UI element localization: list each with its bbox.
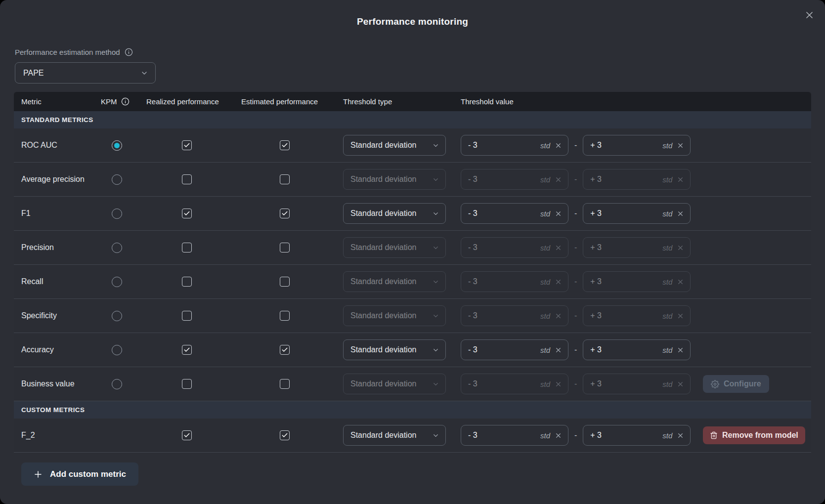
threshold-type-select[interactable]: Standard deviation: [343, 425, 446, 446]
estimated-performance-checkbox[interactable]: [280, 430, 290, 440]
threshold-type-select[interactable]: Standard deviation: [343, 135, 446, 156]
estimated-performance-checkbox[interactable]: [280, 311, 290, 321]
realized-performance-checkbox[interactable]: [182, 209, 192, 218]
check-icon: [281, 346, 288, 353]
clear-value-icon[interactable]: [555, 176, 562, 183]
estimated-performance-checkbox[interactable]: [280, 174, 290, 184]
threshold-type-select[interactable]: Standard deviation: [343, 203, 446, 224]
threshold-lower-input[interactable]: - 3 std: [461, 203, 568, 224]
threshold-upper-input[interactable]: + 3 std: [583, 203, 691, 224]
realized-performance-checkbox[interactable]: [182, 379, 192, 389]
info-icon[interactable]: [125, 48, 133, 56]
threshold-upper-input[interactable]: + 3 std: [583, 237, 691, 258]
estimated-performance-checkbox[interactable]: [280, 277, 290, 287]
threshold-lower-input[interactable]: - 3 std: [461, 169, 568, 190]
threshold-type-select[interactable]: Standard deviation: [343, 305, 446, 326]
threshold-lower-input[interactable]: - 3 std: [461, 135, 568, 156]
threshold-type-select[interactable]: Standard deviation: [343, 271, 446, 292]
kpm-radio[interactable]: [112, 311, 122, 321]
realized-performance-checkbox[interactable]: [182, 243, 192, 252]
realized-performance-checkbox[interactable]: [182, 345, 192, 355]
close-button[interactable]: [803, 8, 816, 21]
remove-from-model-label: Remove from model: [722, 431, 798, 440]
kpm-radio[interactable]: [112, 140, 122, 151]
clear-value-icon[interactable]: [677, 210, 684, 217]
clear-value-icon[interactable]: [677, 279, 684, 285]
threshold-upper-input[interactable]: + 3 std: [583, 271, 691, 292]
estimated-performance-checkbox[interactable]: [280, 379, 290, 389]
clear-value-icon[interactable]: [555, 347, 562, 353]
realized-performance-checkbox[interactable]: [182, 277, 192, 287]
remove-from-model-button[interactable]: Remove from model: [703, 426, 805, 444]
threshold-type-select[interactable]: Standard deviation: [343, 169, 446, 190]
realized-performance-checkbox[interactable]: [182, 140, 192, 150]
check-icon: [281, 432, 288, 439]
add-custom-metric-label: Add custom metric: [50, 469, 126, 479]
clear-value-icon[interactable]: [555, 279, 562, 285]
threshold-lower-input[interactable]: - 3 std: [461, 339, 568, 360]
kpm-info-icon[interactable]: [121, 97, 130, 106]
threshold-upper-input[interactable]: + 3 std: [583, 339, 691, 360]
clear-value-icon[interactable]: [555, 432, 562, 439]
threshold-lower-input[interactable]: - 3 std: [461, 425, 568, 446]
performance-monitoring-modal: Performance monitoring Performance estim…: [0, 0, 825, 504]
clear-value-icon[interactable]: [555, 381, 562, 387]
clear-value-icon[interactable]: [677, 245, 684, 251]
realized-performance-checkbox[interactable]: [182, 430, 192, 440]
kpm-radio[interactable]: [112, 174, 122, 185]
realized-performance-checkbox[interactable]: [182, 311, 192, 321]
threshold-upper-input[interactable]: + 3 std: [583, 374, 691, 394]
threshold-upper-input[interactable]: + 3 std: [583, 169, 691, 190]
clear-value-icon[interactable]: [677, 313, 684, 319]
estimated-performance-checkbox[interactable]: [280, 345, 290, 355]
threshold-type-select[interactable]: Standard deviation: [343, 339, 446, 360]
clear-value-icon[interactable]: [677, 432, 684, 439]
clear-value-icon[interactable]: [555, 142, 562, 149]
kpm-radio[interactable]: [112, 243, 122, 253]
threshold-type-select[interactable]: Standard deviation: [343, 374, 446, 394]
threshold-upper-input[interactable]: + 3 std: [583, 425, 691, 446]
threshold-unit: std: [662, 175, 672, 184]
realized-performance-checkbox[interactable]: [182, 174, 192, 184]
kpm-radio[interactable]: [112, 209, 122, 219]
clear-value-icon[interactable]: [677, 142, 684, 149]
clear-value-icon[interactable]: [555, 245, 562, 251]
kpm-radio[interactable]: [112, 277, 122, 287]
check-icon: [183, 210, 190, 217]
configure-button[interactable]: Configure: [703, 375, 769, 393]
threshold-upper-input[interactable]: + 3 std: [583, 305, 691, 326]
threshold-lower-input[interactable]: - 3 std: [461, 237, 568, 258]
threshold-type-value: Standard deviation: [350, 311, 416, 320]
check-icon: [281, 210, 288, 217]
table-header-row: Metric KPM Realized performance Estimate…: [14, 92, 811, 111]
threshold-type-select[interactable]: Standard deviation: [343, 237, 446, 258]
threshold-lower-input[interactable]: - 3 std: [461, 374, 568, 394]
range-dash: -: [574, 277, 577, 286]
threshold-lower-value: - 3: [468, 243, 535, 252]
threshold-unit: std: [540, 431, 550, 440]
chevron-down-icon: [432, 380, 439, 388]
threshold-type-value: Standard deviation: [350, 209, 416, 218]
estimation-method-select[interactable]: PAPE: [15, 62, 156, 84]
table-row: Business value Standard deviation -: [14, 367, 811, 401]
clear-value-icon[interactable]: [555, 313, 562, 319]
clear-value-icon[interactable]: [555, 210, 562, 217]
add-custom-metric-button[interactable]: Add custom metric: [21, 462, 138, 486]
estimated-performance-checkbox[interactable]: [280, 243, 290, 252]
estimated-performance-checkbox[interactable]: [280, 209, 290, 218]
threshold-type-value: Standard deviation: [350, 379, 416, 388]
threshold-type-value: Standard deviation: [350, 243, 416, 252]
clear-value-icon[interactable]: [677, 347, 684, 353]
clear-value-icon[interactable]: [677, 176, 684, 183]
kpm-radio[interactable]: [112, 345, 122, 355]
estimated-performance-checkbox[interactable]: [280, 140, 290, 150]
threshold-upper-input[interactable]: + 3 std: [583, 135, 691, 156]
chevron-down-icon: [432, 176, 439, 183]
column-header-threshold-value: Threshold value: [453, 97, 692, 106]
kpm-radio[interactable]: [112, 379, 122, 389]
threshold-lower-input[interactable]: - 3 std: [461, 271, 568, 292]
threshold-unit: std: [662, 210, 672, 218]
threshold-lower-input[interactable]: - 3 std: [461, 305, 568, 326]
range-dash: -: [574, 379, 577, 388]
clear-value-icon[interactable]: [677, 381, 684, 387]
